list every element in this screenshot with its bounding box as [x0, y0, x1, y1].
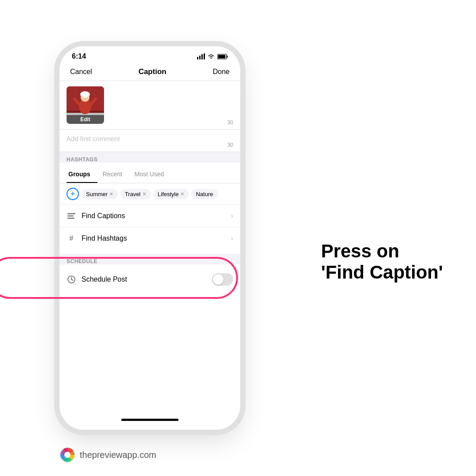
schedule-section: SCHEDULE: [60, 254, 240, 264]
chip-remove-summer[interactable]: ✕: [109, 191, 113, 197]
find-captions-row[interactable]: Find Captions ›: [60, 205, 240, 227]
home-bar: [121, 419, 178, 421]
wifi-icon: [207, 53, 215, 60]
svg-rect-6: [227, 56, 228, 58]
find-hashtags-icon: #: [67, 234, 76, 243]
chip-travel[interactable]: Travel ✕: [120, 189, 151, 199]
toggle-knob: [213, 274, 223, 285]
caption-area: Edit 30: [60, 81, 240, 129]
signal-icon: [197, 53, 205, 60]
brand-text: thepreviewapp.com: [80, 450, 156, 460]
chip-label-lifestyle: Lifestyle: [158, 191, 179, 197]
instruction-line1: Press on: [321, 241, 443, 262]
chip-remove-lifestyle[interactable]: ✕: [180, 191, 184, 197]
hash-icon: #: [70, 234, 74, 242]
chip-nature[interactable]: Nature: [191, 189, 217, 199]
first-comment-area[interactable]: Add first comment 30: [60, 130, 240, 152]
hashtag-chips-row: + Summer ✕ Travel ✕ Lifestyle ✕ Nature: [60, 183, 240, 205]
page-title: Caption: [138, 67, 166, 76]
schedule-post-label: Schedule Post: [82, 275, 212, 283]
find-hashtags-label: Find Hashtags: [82, 234, 231, 242]
find-hashtags-row[interactable]: # Find Hashtags ›: [60, 227, 240, 249]
status-time: 6:14: [72, 52, 86, 60]
status-bar: 6:14: [60, 46, 240, 64]
first-comment-placeholder: Add first comment: [67, 135, 120, 142]
status-icons: [197, 53, 228, 60]
svg-rect-3: [204, 53, 205, 60]
done-button[interactable]: Done: [213, 68, 230, 76]
tab-recent[interactable]: Recent: [101, 166, 129, 183]
tab-most-used[interactable]: Most Used: [133, 166, 171, 183]
clock-icon: [67, 275, 76, 284]
plus-icon: +: [71, 190, 75, 198]
line-1: [67, 213, 75, 214]
schedule-label: SCHEDULE: [67, 258, 233, 264]
post-thumbnail[interactable]: Edit: [67, 86, 104, 124]
hashtags-label: HASHTAGS: [67, 156, 233, 163]
svg-rect-2: [201, 54, 203, 60]
svg-line-17: [71, 279, 73, 280]
chip-lifestyle[interactable]: Lifestyle ✕: [153, 189, 189, 199]
find-hashtags-chevron: ›: [231, 234, 233, 242]
nav-bar: Cancel Caption Done: [60, 64, 240, 81]
content-area: Edit 30 Add first comment 30 HASHTAGS Gr…: [60, 81, 240, 412]
comment-char-count: 30: [227, 142, 233, 148]
chip-label-travel: Travel: [125, 191, 141, 197]
tab-groups[interactable]: Groups: [67, 166, 97, 183]
instruction-text: Press on 'Find Caption': [321, 241, 443, 283]
add-hashtag-button[interactable]: +: [67, 188, 79, 200]
home-indicator: [60, 412, 240, 430]
chip-remove-travel[interactable]: ✕: [142, 191, 146, 197]
chip-label-nature: Nature: [196, 191, 213, 197]
svg-rect-0: [197, 57, 198, 60]
cancel-button[interactable]: Cancel: [70, 68, 92, 76]
schedule-row: Schedule Post: [60, 268, 240, 291]
clock-svg: [67, 275, 75, 283]
find-captions-label: Find Captions: [82, 212, 231, 220]
lines-icon: [67, 213, 75, 219]
schedule-toggle[interactable]: [212, 273, 233, 286]
svg-point-12: [80, 91, 90, 97]
hashtags-section: HASHTAGS: [60, 152, 240, 163]
chip-label-summer: Summer: [86, 191, 108, 197]
battery-icon: [217, 54, 228, 60]
phone-mockup: 6:14 Cancel Caption: [60, 46, 240, 430]
chip-summer[interactable]: Summer ✕: [82, 189, 118, 199]
edit-badge[interactable]: Edit: [67, 115, 104, 124]
caption-char-count: 30: [227, 119, 233, 126]
line-3: [67, 218, 74, 219]
svg-rect-5: [218, 55, 226, 58]
branding: thepreviewapp.com: [60, 447, 156, 463]
line-2: [67, 216, 74, 216]
instruction-line2: 'Find Caption': [321, 262, 443, 283]
hashtags-tabs: Groups Recent Most Used: [60, 166, 240, 183]
find-captions-icon: [67, 211, 76, 221]
brand-logo-icon: [60, 447, 75, 463]
svg-rect-1: [199, 56, 201, 60]
spacer: [60, 291, 240, 335]
svg-point-19: [64, 452, 71, 458]
find-captions-chevron: ›: [231, 212, 233, 220]
